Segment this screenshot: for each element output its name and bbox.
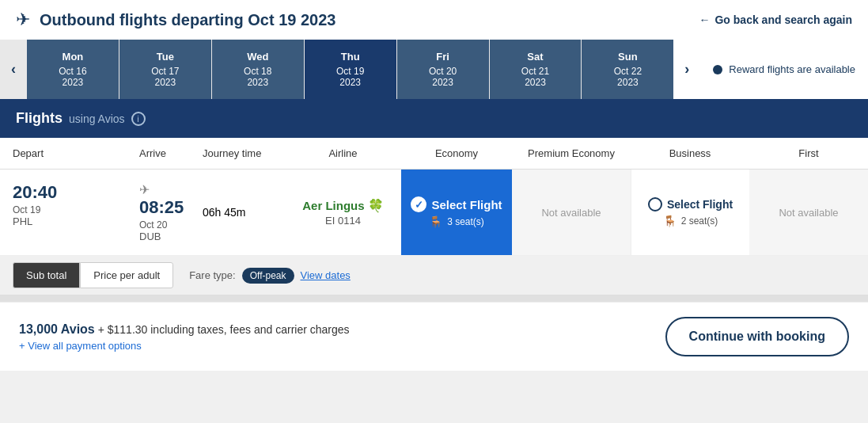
depart-airport: PHL [13, 215, 114, 227]
th-first: First [749, 138, 868, 169]
th-journey: Journey time [190, 138, 285, 169]
th-premium: Premium Economy [512, 138, 631, 169]
divider [0, 295, 868, 302]
business-select-label: Select Flight [667, 198, 733, 211]
bottom-bar: 13,000 Avios + $111.30 including taxes, … [0, 302, 868, 371]
off-peak-badge: Off-peak [242, 268, 294, 284]
cal-day-wed[interactable]: Wed Oct 182023 [212, 40, 305, 99]
seat-icon: 🪑 [429, 215, 442, 228]
premium-not-available: Not available [541, 207, 601, 219]
flight-depart: 20:40 Oct 19 PHL [0, 170, 127, 255]
view-payment-label: View all payment options [28, 340, 142, 352]
cal-day-date-thu: Oct 192023 [311, 66, 390, 88]
flight-business-cell[interactable]: Select Flight 🪑 2 seat(s) [631, 170, 749, 255]
info-icon[interactable]: i [131, 112, 146, 126]
cal-day-name-thu: Thu [311, 51, 390, 63]
page-title: Outbound flights departing Oct 19 2023 [40, 11, 335, 29]
flight-code: EI 0114 [302, 215, 384, 227]
economy-select-label: Select Flight [431, 198, 502, 212]
cal-day-name-sun: Sun [588, 51, 667, 63]
reward-dot-icon [713, 65, 722, 74]
economy-select-button[interactable]: ✓ Select Flight [411, 196, 502, 212]
arrow-left-icon: ← [699, 13, 710, 26]
calendar-prev-button[interactable]: ‹ [0, 40, 27, 99]
economy-seats-count: 3 seat(s) [447, 216, 484, 227]
cal-day-date-mon: Oct 162023 [33, 66, 112, 88]
table-header: Depart Arrive Journey time Airline Econo… [0, 138, 868, 170]
arrive-date: Oct 20 [139, 219, 177, 231]
cal-day-thu[interactable]: Thu Oct 192023 [305, 40, 397, 99]
arrive-airport: DUB [139, 231, 177, 242]
cal-day-sat[interactable]: Sat Oct 212023 [490, 40, 582, 99]
economy-seats: 🪑 3 seat(s) [429, 215, 484, 228]
calendar-next-button[interactable]: › [673, 40, 700, 99]
plus-sign: + [98, 323, 108, 336]
cal-day-tue[interactable]: Tue Oct 172023 [119, 40, 212, 99]
cal-day-name-fri: Fri [404, 51, 483, 63]
plane-row: ✈ [139, 182, 177, 197]
flights-banner: Flights using Avios i [0, 99, 868, 138]
cal-day-name-mon: Mon [33, 51, 112, 63]
cal-day-sun[interactable]: Sun Oct 222023 [582, 40, 673, 99]
view-dates-link[interactable]: View dates [301, 269, 351, 281]
cal-day-fri[interactable]: Fri Oct 202023 [397, 40, 490, 99]
th-economy: Economy [401, 138, 512, 169]
go-back-label: Go back and search again [714, 13, 852, 26]
business-radio-icon [648, 197, 662, 212]
view-payment-link[interactable]: + View all payment options [19, 340, 350, 352]
flight-airline: Aer Lingus 🍀 EI 0114 [285, 170, 401, 255]
airline-leaf-icon: 🍀 [368, 199, 384, 212]
th-airline: Airline [285, 138, 401, 169]
plane-icon: ✈ [16, 10, 30, 30]
fare-type-section: Fare type: Off-peak View dates [189, 268, 351, 284]
cal-day-date-sat: Oct 212023 [496, 66, 575, 88]
cal-day-date-wed: Oct 182023 [218, 66, 298, 88]
cal-day-date-tue: Oct 172023 [126, 66, 205, 88]
th-arrive: Arrive [127, 138, 190, 169]
go-back-link[interactable]: ← Go back and search again [699, 13, 852, 26]
first-not-available: Not available [779, 207, 838, 219]
flight-journey: 06h 45m [190, 170, 285, 255]
fare-type-label: Fare type: [189, 269, 236, 281]
cal-day-date-sun: Oct 222023 [588, 66, 667, 88]
continue-booking-button[interactable]: Continue with booking [665, 317, 849, 356]
price-line: 13,000 Avios + $111.30 including taxes, … [19, 322, 350, 337]
flights-title: Flights [16, 110, 63, 127]
sub-total-button[interactable]: Sub total [13, 262, 80, 288]
th-business: Business [631, 138, 749, 169]
airline-name: Aer Lingus 🍀 [302, 198, 384, 213]
cal-day-name-tue: Tue [126, 51, 205, 63]
arrive-time: 08:25 [139, 197, 177, 218]
header-left: ✈ Outbound flights departing Oct 19 2023 [16, 10, 335, 30]
calendar-bar: ‹ Mon Oct 162023 Tue Oct 172023 Wed Oct … [0, 40, 868, 99]
sub-row: Sub total Price per adult Fare type: Off… [0, 256, 868, 295]
cal-day-mon[interactable]: Mon Oct 162023 [27, 40, 119, 99]
price-info: 13,000 Avios + $111.30 including taxes, … [19, 322, 350, 352]
economy-check-icon: ✓ [411, 196, 426, 212]
page-header: ✈ Outbound flights departing Oct 19 2023… [0, 0, 868, 40]
journey-time-value: 06h 45m [203, 206, 245, 219]
flight-first-cell: Not available [749, 170, 868, 255]
charges-text: $111.30 including taxes, fees and carrie… [108, 323, 350, 336]
flight-economy-cell[interactable]: ✓ Select Flight 🪑 3 seat(s) [401, 170, 512, 255]
price-per-adult-button[interactable]: Price per adult [80, 262, 173, 288]
plus-icon: + [19, 340, 25, 352]
cal-day-date-fri: Oct 202023 [404, 66, 483, 88]
flight-row: 20:40 Oct 19 PHL ✈ 08:25 Oct 20 DUB 06h … [0, 170, 868, 256]
business-seat-icon: 🪑 [663, 215, 677, 227]
business-seats-count: 2 seat(s) [681, 215, 718, 227]
flights-subtitle: using Avios [69, 112, 125, 125]
reward-badge: Reward flights are available [700, 40, 868, 99]
reward-label: Reward flights are available [729, 63, 855, 75]
flight-premium-cell: Not available [512, 170, 631, 255]
business-seats: 🪑 2 seat(s) [663, 215, 718, 227]
depart-time: 20:40 [13, 182, 114, 203]
business-select-button[interactable]: Select Flight [648, 197, 733, 212]
avios-amount: 13,000 Avios [19, 322, 95, 336]
flight-arrive-section: ✈ 08:25 Oct 20 DUB [127, 170, 190, 255]
cal-day-name-wed: Wed [218, 51, 298, 63]
calendar-days: Mon Oct 162023 Tue Oct 172023 Wed Oct 18… [27, 40, 673, 99]
cal-day-name-sat: Sat [496, 51, 575, 63]
depart-date: Oct 19 [13, 204, 114, 215]
th-depart: Depart [0, 138, 127, 169]
